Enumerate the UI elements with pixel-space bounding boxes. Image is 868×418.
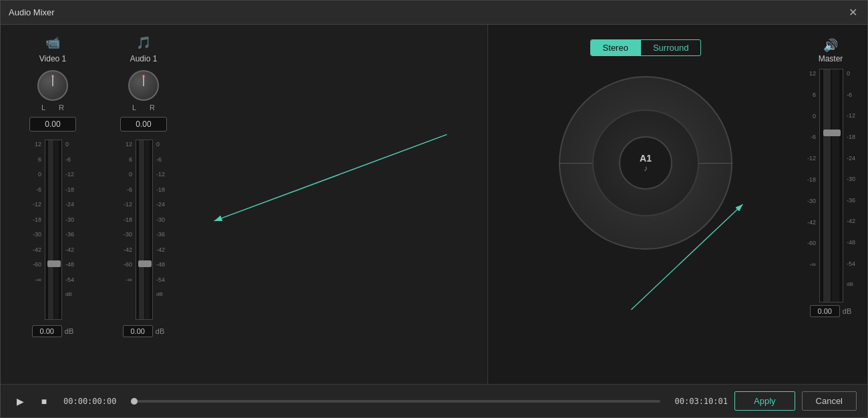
audio1-db-value[interactable]: 0.00: [123, 325, 153, 337]
lr-labels-2: L R: [132, 103, 155, 112]
right-panel: Stereo Surround A1 ♪: [488, 25, 867, 384]
stereo-button[interactable]: Stereo: [591, 40, 640, 55]
surround-section: Stereo Surround A1 ♪: [496, 33, 795, 376]
knob-indicator: [52, 75, 53, 86]
audio1-knob[interactable]: [128, 70, 159, 101]
progress-track[interactable]: [131, 400, 660, 403]
apply-button[interactable]: Apply: [734, 391, 795, 411]
knob-indicator-2: [143, 75, 144, 86]
audio-icon: 🎵: [136, 35, 151, 50]
audio1-knob-container: L R: [128, 70, 159, 112]
close-button[interactable]: ✕: [846, 6, 859, 19]
video-icon: 📹: [45, 35, 60, 50]
video1-label: Video 1: [39, 54, 66, 63]
play-button[interactable]: ▶: [11, 393, 29, 410]
stop-button[interactable]: ■: [35, 393, 53, 410]
cancel-button[interactable]: Cancel: [802, 391, 857, 411]
master-db-unit: dB: [843, 307, 851, 315]
master-fader-handle[interactable]: [823, 130, 841, 136]
master-icon: 🔊: [823, 38, 838, 53]
time-start: 00:00:00:00: [63, 397, 116, 406]
video1-db-value[interactable]: 0.00: [32, 325, 62, 337]
audio-mixer-window: Audio Mixer ✕ 📹 Video 1 L: [0, 0, 868, 418]
window-title: Audio Mixer: [9, 7, 55, 17]
channels-area: 📹 Video 1 L R 0.00: [14, 35, 474, 337]
master-fader-area: 12 6 0 -6 -12 -18 -30 -42 -60 -∞: [802, 69, 859, 302]
master-fader-track[interactable]: [819, 69, 843, 302]
r-label: R: [59, 103, 64, 112]
video1-scale-left: 12 6 0 -6 -12 -18 -30 -42 -60 -∞: [27, 140, 43, 291]
audio-node-icon: ♪: [644, 164, 648, 173]
master-db-value[interactable]: 0.00: [810, 305, 840, 317]
video1-fader-track[interactable]: [45, 140, 62, 320]
audio1-fader-track[interactable]: [136, 140, 153, 320]
left-panel: 📹 Video 1 L R 0.00: [1, 25, 488, 384]
audio1-value[interactable]: 0.00: [120, 117, 167, 132]
progress-thumb[interactable]: [131, 398, 138, 405]
video1-channel: 📹 Video 1 L R 0.00: [27, 35, 78, 337]
audio1-channel: 🎵 Audio 1 L R 0.00: [118, 35, 169, 337]
time-end: 00:03:10:01: [675, 397, 728, 406]
video1-value[interactable]: 0.00: [29, 117, 76, 132]
stereo-surround-toggle: Stereo Surround: [590, 39, 702, 56]
audio1-db-unit: dB: [156, 327, 164, 335]
video1-db-bottom: 0.00 dB: [32, 325, 73, 337]
video1-fader-section: 12 6 0 -6 -12 -18 -30 -42 -60 -∞: [27, 140, 78, 320]
audio1-label: Audio 1: [130, 54, 158, 63]
master-scale-left: 12 6 0 -6 -12 -18 -30 -42 -60 -∞: [802, 69, 818, 302]
bottom-bar: ▶ ■ 00:00:00:00 00:03:10:01 Apply Cancel: [1, 384, 867, 417]
main-content: 📹 Video 1 L R 0.00: [1, 25, 867, 384]
progress-bar-container[interactable]: [131, 400, 660, 403]
video1-knob-container: L R: [37, 70, 68, 112]
master-label: Master: [819, 54, 843, 63]
l-label: L: [41, 103, 45, 112]
l-label-2: L: [132, 103, 136, 112]
lr-labels: L R: [41, 103, 64, 112]
surround-circle: A1 ♪: [559, 76, 732, 250]
r-label-2: R: [150, 103, 155, 112]
video1-knob[interactable]: [37, 70, 68, 101]
video1-db-unit: dB: [65, 327, 73, 335]
video1-scale-right: 0 -6 -12 -18 -24 -30 -36 -42 -48 -54 dB: [63, 140, 78, 306]
audio-node-label: A1: [640, 153, 652, 164]
surround-button[interactable]: Surround: [641, 40, 700, 55]
audio1-db-bottom: 0.00 dB: [123, 325, 164, 337]
title-bar: Audio Mixer ✕: [1, 1, 867, 25]
audio1-fader-section: 12 6 0 -6 -12 -18 -30 -42 -60 -∞: [118, 140, 169, 320]
audio1-scale-left: 12 6 0 -6 -12 -18 -30 -42 -60 -∞: [118, 140, 134, 291]
master-section: 🔊 Master 12 6 0 -6 -12 -18 -30 -42 -60 -…: [795, 33, 859, 376]
master-scale-right: 0 -6 -12 -18 -24 -30 -36 -42 -48 -54 dB: [845, 69, 859, 302]
audio1-scale-right: 0 -6 -12 -18 -24 -30 -36 -42 -48 -54 dB: [154, 140, 169, 306]
master-db-bottom: 0.00 dB: [810, 305, 851, 317]
circle-center[interactable]: A1 ♪: [619, 136, 672, 190]
audio1-fader-handle[interactable]: [138, 260, 152, 267]
video1-fader-handle[interactable]: [47, 260, 61, 267]
